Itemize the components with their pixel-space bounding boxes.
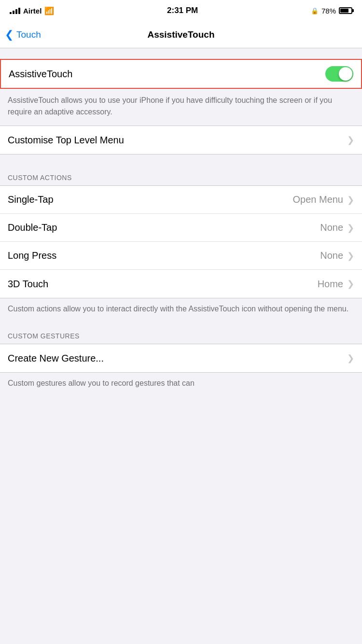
double-tap-label: Double-Tap <box>8 222 57 233</box>
custom-gestures-header: CUSTOM GESTURES <box>0 322 362 344</box>
create-gesture-row[interactable]: Create New Gesture... ❯ <box>0 344 362 372</box>
assistive-toggle-section: AssistiveTouch <box>0 59 362 89</box>
double-tap-value: None ❯ <box>320 222 354 233</box>
customise-menu-label: Customise Top Level Menu <box>8 135 124 146</box>
assistive-touch-toggle[interactable] <box>325 66 353 82</box>
gap-2 <box>0 159 362 164</box>
back-button[interactable]: ❮ Touch <box>5 29 41 40</box>
create-gesture-label: Create New Gesture... <box>8 353 104 364</box>
double-tap-row[interactable]: Double-Tap None ❯ <box>0 214 362 242</box>
long-press-label: Long Press <box>8 250 56 261</box>
nav-bar: ❮ Touch AssistiveTouch <box>0 21 362 48</box>
custom-actions-header: CUSTOM ACTIONS <box>0 164 362 185</box>
assistive-description: AssistiveTouch allows you to use your iP… <box>0 89 362 126</box>
single-tap-value: Open Menu ❯ <box>292 194 354 205</box>
double-tap-current: None <box>320 222 343 233</box>
chevron-right-icon: ❯ <box>347 135 354 145</box>
back-chevron-icon: ❮ <box>5 29 14 40</box>
assistive-touch-label: AssistiveTouch <box>9 69 72 80</box>
single-tap-label: Single-Tap <box>8 194 54 205</box>
3d-touch-value: Home ❯ <box>318 279 354 290</box>
custom-actions-list: Single-Tap Open Menu ❯ Double-Tap None ❯… <box>0 185 362 298</box>
nav-title: AssistiveTouch <box>147 29 214 40</box>
status-right: 🔒 78% <box>311 7 352 15</box>
long-press-row[interactable]: Long Press None ❯ <box>0 242 362 270</box>
3d-touch-label: 3D Touch <box>8 279 48 290</box>
single-tap-row[interactable]: Single-Tap Open Menu ❯ <box>0 186 362 214</box>
status-bar: Airtel 📶 2:31 PM 🔒 78% <box>0 0 362 21</box>
chevron-right-icon: ❯ <box>347 279 354 289</box>
chevron-right-icon: ❯ <box>347 223 354 233</box>
toggle-knob <box>339 67 352 81</box>
lock-icon: 🔒 <box>311 7 319 14</box>
single-tap-current: Open Menu <box>292 194 343 205</box>
assistive-touch-row: AssistiveTouch <box>1 60 361 88</box>
customise-menu-section: Customise Top Level Menu ❯ <box>0 126 362 154</box>
battery-percent: 78% <box>321 7 336 15</box>
custom-gestures-footer: Custom gestures allow you to record gest… <box>0 373 362 397</box>
chevron-right-icon: ❯ <box>347 251 354 261</box>
custom-actions-footer: Custom actions allow you to interact dir… <box>0 298 362 322</box>
custom-gestures-list: Create New Gesture... ❯ <box>0 344 362 373</box>
back-label: Touch <box>16 29 41 40</box>
long-press-current: None <box>320 250 343 261</box>
long-press-value: None ❯ <box>320 250 354 261</box>
battery-icon <box>339 7 352 14</box>
time-label: 2:31 PM <box>167 6 198 15</box>
wifi-icon: 📶 <box>44 6 54 15</box>
carrier-label: Airtel <box>23 7 42 15</box>
3d-touch-row[interactable]: 3D Touch Home ❯ <box>0 270 362 298</box>
3d-touch-current: Home <box>318 279 343 290</box>
content-area: AssistiveTouch AssistiveTouch allows you… <box>0 59 362 397</box>
customise-menu-row[interactable]: Customise Top Level Menu ❯ <box>0 126 362 154</box>
chevron-right-icon: ❯ <box>347 195 354 205</box>
status-left: Airtel 📶 <box>10 6 54 15</box>
gap-1 <box>0 154 362 159</box>
chevron-right-icon: ❯ <box>347 353 354 364</box>
signal-icon <box>10 7 20 14</box>
